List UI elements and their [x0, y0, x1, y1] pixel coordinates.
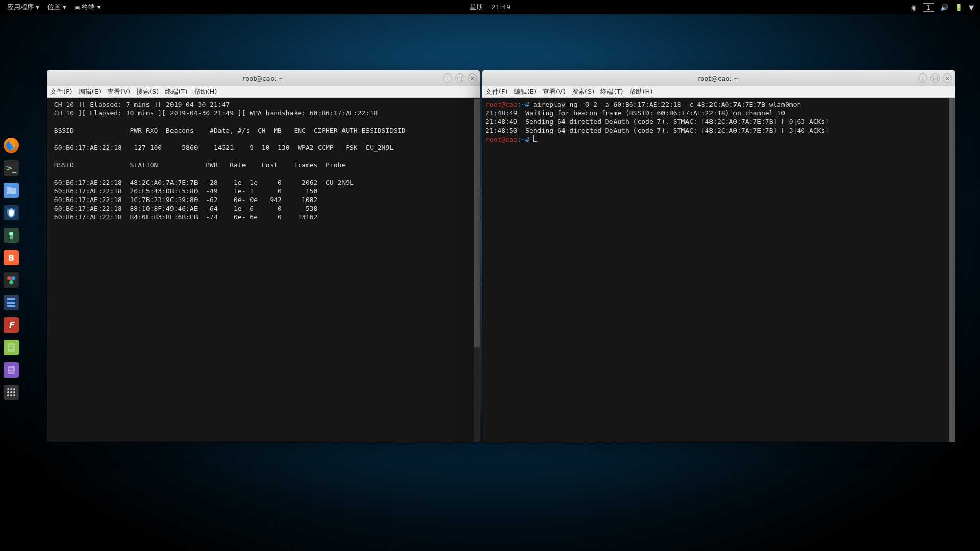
- cursor: [533, 135, 537, 142]
- svg-point-23: [10, 394, 12, 396]
- menu-view[interactable]: 查看(V): [107, 87, 130, 96]
- line: 60:B6:17:AE:22:18 20:F5:43:DB:F5:80 -49 …: [50, 187, 317, 195]
- line: 21:48:50 Sending 64 directed DeAuth (cod…: [485, 127, 829, 134]
- active-app-label: 终端: [82, 3, 95, 12]
- applications-label: 应用程序: [7, 3, 34, 12]
- menu-edit[interactable]: 编辑(E): [514, 87, 536, 96]
- dock-faraday[interactable]: F: [4, 317, 19, 333]
- workspace-indicator[interactable]: 1: [923, 3, 934, 12]
- dock-terminal[interactable]: >_: [4, 160, 19, 176]
- dock-metasploit[interactable]: [4, 205, 19, 220]
- menu-view[interactable]: 查看(V): [543, 87, 566, 96]
- scroll-thumb[interactable]: [474, 99, 480, 347]
- svg-point-21: [13, 391, 15, 393]
- svg-point-18: [13, 388, 15, 390]
- svg-point-20: [10, 391, 12, 393]
- menu-file[interactable]: 文件(F): [485, 87, 508, 96]
- menu-search[interactable]: 搜索(S): [572, 87, 594, 96]
- chevron-down-icon: ▼: [97, 5, 101, 10]
- places-label: 位置: [47, 3, 61, 12]
- prompt-path: :~#: [518, 136, 529, 143]
- gnome-top-bar: 应用程序 ▼ 位置 ▼ ▣ 终端 ▼ 星期二 21:49 ◉ 1 🔊 🔋 ▼: [0, 0, 980, 14]
- terminal-menubar: 文件(F) 编辑(E) 查看(V) 搜索(S) 终端(T) 帮助(H): [482, 86, 955, 98]
- terminal-output[interactable]: CH 10 ][ Elapsed: 7 mins ][ 2019-04-30 2…: [47, 98, 480, 442]
- line: 60:B6:17:AE:22:18 B4:0F:B3:BF:6B:EB -74 …: [50, 213, 317, 221]
- menu-edit[interactable]: 编辑(E): [79, 87, 101, 96]
- maximize-button[interactable]: □: [455, 73, 464, 83]
- menu-help[interactable]: 帮助(H): [629, 87, 653, 96]
- dock-burpsuite[interactable]: B: [4, 250, 19, 265]
- command: aireplay-ng -0 2 -a 60:B6:17:AE:22:18 -c…: [529, 101, 801, 108]
- places-menu[interactable]: 位置 ▼: [44, 2, 69, 13]
- scrollbar[interactable]: [474, 98, 480, 442]
- line: 60:B6:17:AE:22:18 1C:7B:23:9C:59:80 -62 …: [50, 196, 317, 204]
- window-title: root@cao: ~: [698, 74, 740, 82]
- chevron-down-icon: ▼: [63, 5, 66, 10]
- scrollbar[interactable]: [949, 98, 955, 442]
- menu-file[interactable]: 文件(F): [50, 87, 72, 96]
- dock-files[interactable]: [4, 183, 19, 198]
- prompt-user: root@cao: [485, 101, 518, 108]
- terminal-icon: ▣: [75, 4, 80, 11]
- line: 21:48:49 Waiting for beacon frame (BSSID…: [485, 109, 785, 117]
- svg-rect-4: [10, 235, 13, 239]
- svg-rect-2: [7, 187, 11, 189]
- svg-point-24: [13, 394, 15, 396]
- line: CH 10 ][ Elapsed: 10 mins ][ 2019-04-30 …: [50, 109, 378, 117]
- dash-dock: >_ B F: [2, 138, 20, 400]
- maximize-button[interactable]: □: [930, 73, 940, 83]
- screen-recorder-icon[interactable]: ◉: [911, 4, 916, 11]
- svg-point-3: [9, 232, 13, 236]
- titlebar[interactable]: root@cao: ~ – □ ×: [47, 70, 480, 86]
- menu-help[interactable]: 帮助(H): [194, 87, 217, 96]
- menu-search[interactable]: 搜索(S): [136, 87, 159, 96]
- applications-menu[interactable]: 应用程序 ▼: [4, 2, 42, 13]
- line: BSSID PWR RXQ Beacons #Data, #/s CH MB E…: [50, 127, 406, 134]
- line: 21:48:49 Sending 64 directed DeAuth (cod…: [485, 118, 829, 126]
- line: 60:B6:17:AE:22:18 48:2C:A0:7A:7E:7B -28 …: [50, 179, 354, 186]
- menu-terminal[interactable]: 终端(T): [600, 87, 623, 96]
- prompt-path: :~#: [518, 101, 529, 108]
- dock-firefox[interactable]: [4, 138, 19, 153]
- menu-terminal[interactable]: 终端(T): [165, 87, 187, 96]
- line: CH 10 ][ Elapsed: 7 mins ][ 2019-04-30 2…: [50, 101, 230, 108]
- svg-point-19: [7, 391, 9, 393]
- line: BSSID STATION PWR Rate Lost Frames Probe: [50, 161, 346, 169]
- window-title: root@cao: ~: [242, 74, 284, 82]
- battery-icon[interactable]: 🔋: [954, 4, 963, 11]
- close-button[interactable]: ×: [468, 73, 477, 83]
- svg-point-22: [7, 394, 9, 396]
- line: 60:B6:17:AE:22:18 -127 100 5860 14521 9 …: [50, 144, 394, 152]
- dock-armitage[interactable]: [4, 228, 19, 243]
- minimize-button[interactable]: –: [918, 73, 927, 83]
- clock-text: 星期二 21:49: [470, 3, 511, 12]
- svg-point-6: [11, 276, 15, 280]
- terminal-output[interactable]: root@cao:~# aireplay-ng -0 2 -a 60:B6:17…: [482, 98, 955, 442]
- svg-point-5: [7, 276, 11, 280]
- svg-point-17: [10, 388, 12, 390]
- terminal-window-airodump: root@cao: ~ – □ × 文件(F) 编辑(E) 查看(V) 搜索(S…: [46, 70, 480, 442]
- minimize-button[interactable]: –: [443, 73, 452, 83]
- line: 60:B6:17:AE:22:18 88:10:8F:49:46:AE -64 …: [50, 205, 317, 212]
- dock-beef[interactable]: [4, 295, 19, 310]
- close-button[interactable]: ×: [943, 73, 952, 83]
- terminal-window-aireplay: root@cao: ~ – □ × 文件(F) 编辑(E) 查看(V) 搜索(S…: [482, 70, 955, 442]
- dock-notes-purple[interactable]: [4, 362, 19, 378]
- scroll-thumb[interactable]: [949, 98, 955, 442]
- svg-point-16: [7, 388, 9, 390]
- prompt-user: root@cao: [485, 136, 518, 143]
- system-menu-chevron-icon[interactable]: ▼: [969, 4, 974, 11]
- dock-maltego[interactable]: [4, 272, 19, 288]
- active-app-terminal[interactable]: ▣ 终端 ▼: [71, 2, 104, 13]
- clock[interactable]: 星期二 21:49: [467, 2, 514, 13]
- volume-icon[interactable]: 🔊: [940, 4, 948, 11]
- dock-notes-green[interactable]: [4, 340, 19, 355]
- titlebar[interactable]: root@cao: ~ – □ ×: [482, 70, 955, 86]
- chevron-down-icon: ▼: [36, 5, 39, 10]
- dock-show-apps[interactable]: [4, 385, 19, 400]
- svg-point-7: [9, 280, 13, 284]
- terminal-menubar: 文件(F) 编辑(E) 查看(V) 搜索(S) 终端(T) 帮助(H): [47, 86, 480, 98]
